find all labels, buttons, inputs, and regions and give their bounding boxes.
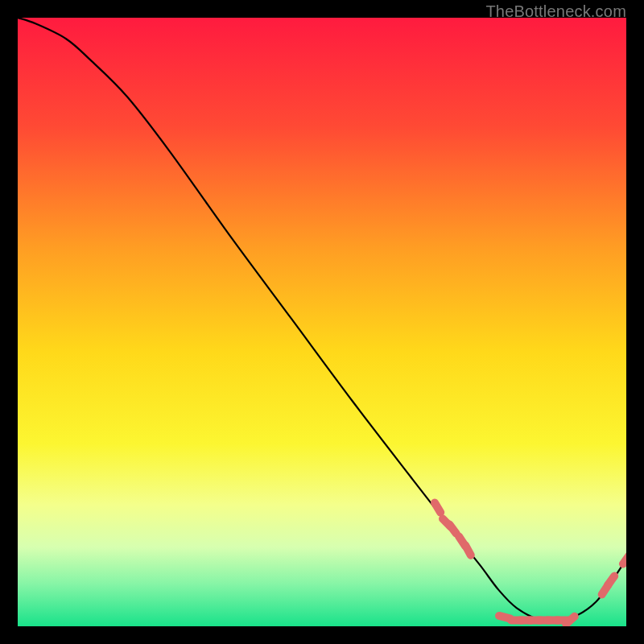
gradient-background [18,18,626,626]
curve-marker [435,503,440,513]
curve-marker [608,576,614,585]
chart-stage: TheBottleneck.com [0,0,644,644]
watermark-text: TheBottleneck.com [485,2,626,21]
chart-plot [18,18,626,626]
curve-marker [449,524,456,533]
curve-marker [465,545,471,555]
curve-marker [566,617,575,624]
